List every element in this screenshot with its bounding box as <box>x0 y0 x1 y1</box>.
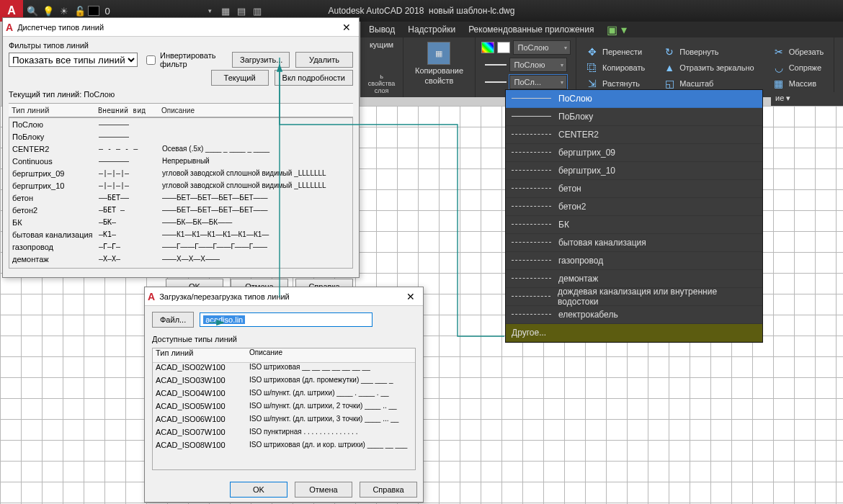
col-name[interactable]: Тип линий <box>153 348 246 362</box>
lineweight-preview <box>485 64 507 66</box>
color-gradient-icon[interactable] <box>481 42 494 53</box>
table-row[interactable]: Continuous———————Непрерывный <box>9 155 352 167</box>
color-swatch[interactable] <box>497 42 510 53</box>
flyout-item[interactable]: газопровод <box>506 252 762 270</box>
table-row[interactable]: бергштрих_09—|—|—|—угловой заводской спл… <box>9 167 352 179</box>
sample-icon <box>512 224 551 225</box>
invert-checkbox[interactable]: Инвертировать фильтр <box>143 51 220 68</box>
ok-button[interactable]: OK <box>230 482 287 498</box>
col-appearance[interactable]: Внешний вид <box>98 107 161 114</box>
flyout-other[interactable]: Другое... <box>506 324 762 342</box>
close-button[interactable]: ✕ <box>398 289 423 305</box>
menu-item[interactable]: Рекомендованные приложения <box>468 24 594 35</box>
table-row[interactable]: ACAD_ISO08W100ISO штриховая (дл. и кор. … <box>153 441 415 454</box>
load-button[interactable]: Загрузить... <box>232 52 290 68</box>
table-row[interactable]: бетон2—БЕТ ———БЕТ—БЕТ—БЕТ—БЕТ—— <box>9 204 352 216</box>
fillet-button[interactable]: ◡Сопряже <box>770 61 827 74</box>
table-row[interactable]: ACAD_ISO04W100ISO ш/пункт. (дл. штрихи) … <box>153 389 415 402</box>
table-row[interactable]: газопровод—Г—Г———Г——Г——Г——Г——Г—— <box>9 240 352 253</box>
table-row[interactable]: ACAD_ISO07W100ISO пунктирная . . . . . .… <box>153 428 415 441</box>
available-list[interactable]: Тип линий Описание ACAD_ISO02W100ISO штр… <box>152 348 416 470</box>
col-description[interactable]: Описание <box>161 107 353 114</box>
filter-select[interactable]: Показать все типы линий <box>9 53 138 67</box>
sample-icon <box>512 314 551 315</box>
col-name[interactable]: Тип линий <box>9 106 98 114</box>
table-row[interactable]: бетон——БЕТ————БЕТ—БЕТ—БЕТ—БЕТ—— <box>9 192 352 204</box>
flyout-item[interactable]: бетон2 <box>506 198 762 216</box>
qat-layer-name[interactable]: 0 <box>99 3 115 19</box>
flyout-item[interactable]: ПоСлою <box>506 90 762 108</box>
sample-icon <box>512 98 551 99</box>
col-description[interactable]: Описание <box>246 348 415 362</box>
table-row[interactable]: ПоБлоку——————— <box>9 130 352 143</box>
color-combo[interactable]: ПоСлою▾ <box>513 40 571 55</box>
flyout-item[interactable]: бергштрих_10 <box>506 162 762 180</box>
sample-icon <box>512 242 551 243</box>
menu-item[interactable]: Надстройки <box>408 24 455 35</box>
table-row[interactable]: демонтаж—X—X———X—X—X—— <box>9 253 352 265</box>
qat-sun-icon[interactable]: ☀ <box>56 3 72 19</box>
copy-button[interactable]: ⿻Копировать <box>584 61 648 74</box>
qat-layer-swatch[interactable] <box>88 6 99 16</box>
qat-chevron-down-icon[interactable]: ▾ <box>202 3 218 19</box>
dialog-titlebar[interactable]: A Загрузка/перезагрузка типов линий ✕ <box>145 287 423 306</box>
table-row[interactable]: ACAD_ISO03W100ISO штриховая (дл. промежу… <box>153 376 415 389</box>
linetype-flyout: ПоСлоюПоБлокуCENTER2бергштрих_09бергштри… <box>505 89 763 343</box>
mirror-button[interactable]: ▲Отразить зеркально <box>661 61 757 74</box>
help-button[interactable]: Справка <box>360 482 417 498</box>
linetype-list[interactable]: ПоСлою———————ПоБлоку———————CENTER2— - — … <box>9 117 353 269</box>
flyout-item[interactable]: бергштрих_09 <box>506 144 762 162</box>
flyout-item[interactable]: демонтаж <box>506 270 762 288</box>
lineweight-combo[interactable]: ПоСлою▾ <box>509 58 567 72</box>
file-button[interactable]: Файл... <box>152 312 194 328</box>
table-row[interactable]: ACAD_ISO06W100ISO ш/пункт. (дл. штрихи, … <box>153 415 415 428</box>
menu-item[interactable]: Вывод <box>369 24 395 35</box>
qat-search-icon[interactable]: 🔍 <box>24 3 40 19</box>
sample-icon <box>512 188 551 189</box>
qat-btn-3[interactable]: ▥ <box>249 3 265 19</box>
flyout-item[interactable]: бытовая канализация <box>506 234 762 252</box>
qat-bulb-icon[interactable]: 💡 <box>40 3 56 19</box>
menubar: Вывод Надстройки Рекомендованные приложе… <box>360 22 843 37</box>
available-header: Тип линий Описание <box>153 348 415 363</box>
table-row[interactable]: ACAD_ISO05W100ISO ш/пункт. (дл. штрихи, … <box>153 402 415 415</box>
scale-button[interactable]: ◱Масштаб <box>661 77 757 90</box>
flyout-item[interactable]: CENTER2 <box>506 126 762 144</box>
ribbon-overflow-tab[interactable]: ие ▾ <box>771 92 843 106</box>
ribbon-panel-properties: ПоСлою▾ ПоСлою▾ ПоСл...▾ Сво <box>476 37 576 97</box>
table-row[interactable]: БК—БК———БК—БК—БК—— <box>9 216 352 228</box>
qat-btn-2[interactable]: ▤ <box>233 3 249 19</box>
trim-button[interactable]: ✂Обрезать <box>770 45 827 58</box>
current-button[interactable]: Текущий <box>211 70 269 86</box>
flyout-item[interactable]: ПоБлоку <box>506 108 762 126</box>
flyout-item[interactable]: електрокабель <box>506 306 762 324</box>
panel-label: ь свойства слоя <box>366 73 397 94</box>
table-row[interactable]: ПоСлою——————— <box>9 118 352 130</box>
array-button[interactable]: ▦Массив <box>770 77 827 90</box>
sample-icon <box>512 152 551 153</box>
table-row[interactable]: бергштрих_10—|—|—|—угловой заводской спл… <box>9 179 352 192</box>
flyout-item[interactable]: дождевая канализация или внутренние водо… <box>506 288 762 306</box>
linetype-combo[interactable]: ПоСл...▾ <box>509 75 567 89</box>
close-button[interactable]: ✕ <box>334 19 359 35</box>
menu-bullet-icon[interactable]: ▣ ▾ <box>607 23 626 37</box>
details-button[interactable]: Вкл подробности <box>275 70 353 86</box>
cancel-button[interactable]: Отмена <box>295 482 352 498</box>
qat-lock-icon[interactable]: 🔓 <box>72 3 88 19</box>
sample-icon <box>512 116 551 117</box>
qat-btn-1[interactable]: ▦ <box>218 3 233 19</box>
table-row[interactable]: бытовая канализация—К1———К1—К1—К1—К1—К1—… <box>9 228 352 240</box>
flyout-item[interactable]: бетон <box>506 180 762 198</box>
stretch-button[interactable]: ⇲Растянуть <box>584 77 648 90</box>
copy-properties-button[interactable]: ▦ Копирование свойств <box>414 40 465 86</box>
flyout-item[interactable]: БК <box>506 216 762 234</box>
rotate-button[interactable]: ↻Повернуть <box>661 45 757 58</box>
sample-icon <box>512 206 551 207</box>
dialog-titlebar[interactable]: A Диспетчер типов линий ✕ <box>3 18 359 37</box>
file-input[interactable]: acadiso.lin <box>200 312 373 327</box>
table-row[interactable]: ACAD_ISO02W100ISO штриховая __ __ __ __ … <box>153 363 415 376</box>
move-button[interactable]: ✥Перенести <box>584 45 648 58</box>
delete-button[interactable]: Удалить <box>295 52 353 68</box>
table-row[interactable]: CENTER2— - — - —Осевая (.5x) ____ _ ____… <box>9 143 352 155</box>
array-icon: ▦ <box>773 78 785 89</box>
